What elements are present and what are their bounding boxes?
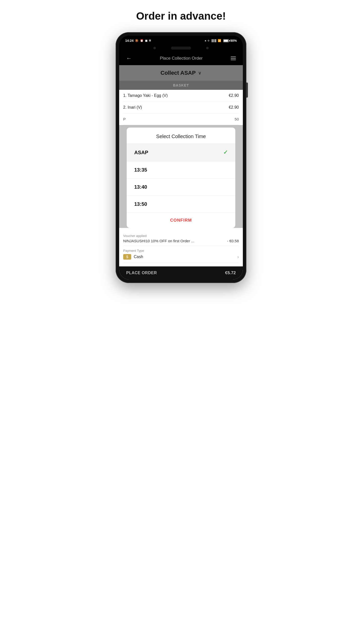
place-order-price: €5.72 (225, 270, 236, 275)
app-content: Collect ASAP ∨ BASKET 1. Tamago Yaki - E… (119, 65, 243, 279)
order-item-partial-name: P (123, 117, 126, 121)
bluetooth-icon: ⊹ (207, 39, 209, 42)
voucher-row: Voucher applied NINJASUSHI10 10% OFF on … (123, 231, 239, 246)
nav-title: Place Collection Order (160, 56, 203, 61)
collect-chevron-icon: ∨ (198, 70, 201, 76)
modal-title: Select Collection Time (127, 128, 235, 144)
payment-label: Payment Type (123, 249, 239, 253)
mute-icon: 🔕 (135, 39, 139, 42)
back-button[interactable]: ← (126, 55, 132, 62)
voucher-row-content: NINJASUSHI10 10% OFF on first Order ... … (123, 239, 239, 243)
battery-icon (223, 39, 229, 42)
payment-row[interactable]: Payment Type $ Cash › (123, 246, 239, 263)
order-item-1-name: 1. Tamago Yaki - Egg (V) (123, 93, 168, 98)
payment-left: $ Cash (123, 254, 143, 260)
menu-line-1 (231, 57, 236, 57)
order-item-1: 1. Tamago Yaki - Egg (V) €2.90 (123, 90, 239, 102)
modal-option-1350-label: 13:50 (134, 201, 147, 207)
order-items: 1. Tamago Yaki - Egg (V) €2.90 2. Inari … (119, 90, 243, 125)
collection-time-modal: Select Collection Time ASAP ✓ 13:35 13:4… (127, 128, 235, 228)
voucher-text: NINJASUSHI10 10% OFF on first Order ... (123, 239, 194, 243)
camera-wide (171, 47, 191, 50)
battery-label: 90% (230, 39, 237, 43)
order-item-2: 2. Inari (V) €2.90 (123, 102, 239, 113)
wifi-icon: 📶 (218, 39, 221, 42)
phone-screen: 14:24 🔕 ⏰ ▦ M ◂ ⊹ ▐▐▐ 📶 90% (119, 36, 243, 279)
modal-option-1340-label: 13:40 (134, 184, 147, 190)
sim-icon: ▦ (145, 39, 147, 42)
menu-line-3 (231, 60, 236, 60)
location-icon: ◂ (205, 39, 206, 42)
check-icon: ✓ (223, 149, 228, 156)
place-order-label: PLACE ORDER (126, 271, 157, 275)
modal-option-1335-label: 13:35 (134, 167, 147, 173)
camera-dot-left (153, 47, 156, 49)
camera-notch (119, 45, 243, 52)
page-title: Order in advance! (136, 10, 226, 22)
order-item-1-price: €2.90 (229, 93, 239, 98)
alarm-icon: ⏰ (140, 39, 144, 42)
phone-frame: 14:24 🔕 ⏰ ▦ M ◂ ⊹ ▐▐▐ 📶 90% (116, 32, 246, 283)
modal-option-1340[interactable]: 13:40 (127, 179, 235, 196)
order-item-partial-price: 50 (235, 117, 239, 121)
status-right: ◂ ⊹ ▐▐▐ 📶 90% (205, 39, 237, 43)
side-button (246, 83, 248, 98)
collect-asap-header[interactable]: Collect ASAP ∨ (119, 65, 243, 81)
confirm-button[interactable]: CONFIRM (127, 213, 235, 228)
below-modal: Voucher applied NINJASUSHI10 10% OFF on … (119, 228, 243, 266)
collect-asap-text: Collect ASAP (161, 70, 196, 76)
nav-bar: ← Place Collection Order (119, 52, 243, 65)
signal-icon: ▐▐▐ (211, 39, 216, 42)
payment-chevron-icon: › (237, 254, 239, 260)
camera-dot-right (206, 47, 209, 49)
modal-option-asap-label: ASAP (134, 150, 148, 155)
payment-method: Cash (134, 255, 143, 259)
order-item-partial: P 50 (123, 113, 239, 125)
status-left: 14:24 🔕 ⏰ ▦ M (125, 39, 151, 43)
modal-option-1350[interactable]: 13:50 (127, 196, 235, 213)
modal-option-1335[interactable]: 13:35 (127, 162, 235, 179)
menu-button[interactable] (231, 57, 236, 60)
payment-row-content: $ Cash › (123, 254, 239, 260)
voucher-amount: - €0.58 (227, 239, 239, 243)
cash-icon: $ (123, 254, 131, 260)
order-item-2-price: €2.90 (229, 105, 239, 110)
gmail-icon: M (149, 39, 151, 42)
basket-label: BASKET (119, 81, 243, 90)
status-bar: 14:24 🔕 ⏰ ▦ M ◂ ⊹ ▐▐▐ 📶 90% (119, 36, 243, 45)
modal-backdrop: Select Collection Time ASAP ✓ 13:35 13:4… (119, 125, 243, 228)
menu-line-2 (231, 58, 236, 59)
modal-option-asap[interactable]: ASAP ✓ (127, 144, 235, 162)
voucher-label: Voucher applied (123, 234, 239, 238)
place-order-bar[interactable]: PLACE ORDER €5.72 (119, 266, 243, 279)
status-time: 14:24 (125, 39, 133, 43)
order-item-2-name: 2. Inari (V) (123, 105, 142, 110)
